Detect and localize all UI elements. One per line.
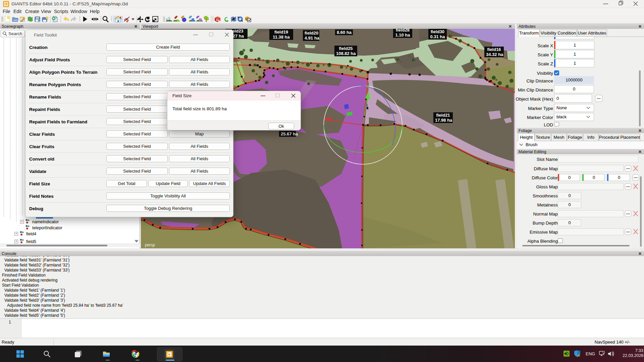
svg-text:A: A <box>216 19 218 21</box>
svg-text:F: F <box>200 19 201 21</box>
svg-text:B: B <box>218 19 220 22</box>
